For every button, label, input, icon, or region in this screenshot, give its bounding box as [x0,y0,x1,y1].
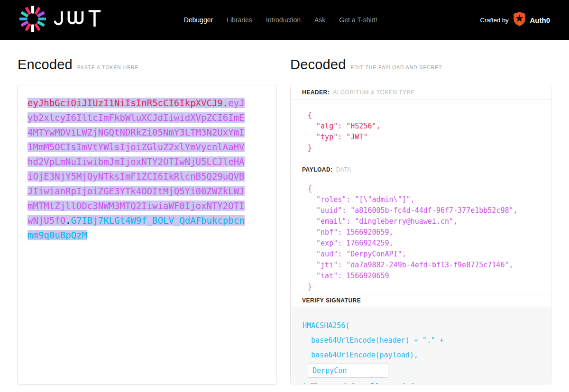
header-section-label: HEADER: [302,89,330,96]
signature-bottom-row: ) secret base64 encoded [303,382,540,384]
token-payload-part: eyJyb2xlcyI6IltcImFkbWluXCJdIiwidXVpZCI6… [28,98,245,226]
encoded-title: Encoded [18,57,73,73]
jwt-token-text[interactable]: eyJhbGciOiJIUzI1NiIsInR5cCI6IkpXVCJ9.eyJ… [28,96,246,243]
debugger-main: Encoded PASTE A TOKEN HERE eyJhbGciOiJIU… [0,40,569,384]
encoded-subtitle: PASTE A TOKEN HERE [77,65,138,70]
verify-signature-label: VERIFY SIGNATURE [302,297,361,304]
payload-section-sublabel: DATA [336,166,351,173]
auth0-label: Auth0 [530,16,551,24]
encoded-column: Encoded PASTE A TOKEN HERE eyJhbGciOiJIU… [18,40,276,384]
header-json-editor[interactable]: { "alg": "HS256", "typ": "JWT" } [291,100,551,163]
header-section-bar: HEADER: ALGORITHM & TOKEN TYPE [291,85,551,100]
jwt-wordmark [54,9,101,31]
jwt-brand[interactable] [19,5,101,35]
jwt-logo-icon [19,5,46,35]
crafted-by-auth0[interactable]: Crafted by Auth0 [480,12,550,28]
nav-links: Debugger Libraries Introduction Ask Get … [184,16,377,24]
decoded-title: Decoded [290,57,346,73]
top-nav: Debugger Libraries Introduction Ask Get … [0,0,569,40]
token-dot-1: . [223,98,228,108]
decoded-subtitle: EDIT THE PAYLOAD AND SECRET [351,65,442,70]
nav-link-debugger[interactable]: Debugger [184,16,213,24]
nav-link-introduction[interactable]: Introduction [266,16,301,24]
auth0-shield-icon [513,12,526,28]
base64-encoded-checkbox[interactable] [311,383,317,384]
payload-json-editor[interactable]: { "roles": "[\"admin\"]", "uuid": "a8160… [291,177,551,294]
signature-section: HMACSHA256( base64UrlEncode(header) + ".… [291,307,551,384]
decoded-panel: HEADER: ALGORITHM & TOKEN TYPE { "alg": … [290,85,551,384]
secret-input[interactable] [308,364,388,378]
payload-section-bar: PAYLOAD: DATA [291,163,551,177]
crafted-by-label: Crafted by [480,17,509,24]
payload-json-code[interactable]: { "roles": "[\"admin\"]", "uuid": "a8160… [308,183,540,292]
header-section-sublabel: ALGORITHM & TOKEN TYPE [333,89,414,96]
nav-link-tshirt[interactable]: Get a T-shirt! [339,16,377,24]
nav-link-libraries[interactable]: Libraries [227,16,252,24]
token-dot-2: . [65,215,71,226]
payload-section-label: PAYLOAD: [302,166,333,173]
verify-signature-bar: VERIFY SIGNATURE [291,294,551,307]
base64-encoded-label[interactable]: secret base64 encoded [321,382,414,384]
signature-code: HMACSHA256( base64UrlEncode(header) + ".… [303,319,540,363]
closing-paren: ) [303,382,307,384]
token-editor[interactable]: eyJhbGciOiJIUzI1NiIsInR5cCI6IkpXVCJ9.eyJ… [18,85,276,384]
token-header-part: eyJhbGciOiJIUzI1NiIsInR5cCI6IkpXVCJ9 [28,98,223,108]
nav-link-ask[interactable]: Ask [314,16,325,24]
decoded-column: Decoded EDIT THE PAYLOAD AND SECRET HEAD… [290,40,551,384]
header-json-code[interactable]: { "alg": "HS256", "typ": "JWT" } [308,110,540,154]
